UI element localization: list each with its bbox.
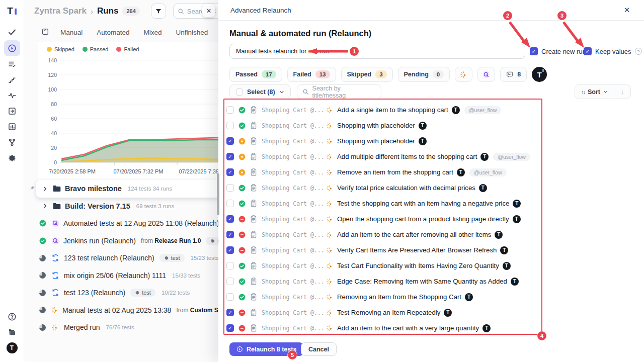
app-logo[interactable]: T▐	[4, 3, 20, 19]
test-title[interactable]: Test Removing an Item Repeatedly	[337, 309, 440, 316]
test-row[interactable]: ✓ Shopping Cart @... Add multiple differ…	[226, 149, 548, 164]
checks-nav-icon[interactable]	[4, 24, 20, 40]
test-checkbox[interactable]	[226, 200, 234, 207]
suite-label[interactable]: Shopping Cart @...	[262, 200, 326, 207]
test-row[interactable]: Shopping Cart @... Test Cart Functionali…	[226, 258, 548, 274]
suite-label[interactable]: Shopping Cart @...	[262, 262, 326, 269]
chevron-right-icon[interactable]	[42, 203, 48, 209]
test-title[interactable]: Add multiple different items to the shop…	[337, 153, 477, 160]
filter-skipped-chip[interactable]: Skipped3	[341, 67, 393, 82]
test-row[interactable]: ✓ Shopping Cart @... Test Removing an It…	[226, 305, 548, 320]
run-row[interactable]: 123 test relaunch (Relaunch) test 15/23 …	[24, 249, 235, 267]
test-row[interactable]: ✓ Shopping Cart @... Add an item to the …	[226, 320, 548, 336]
tab-unfinished[interactable]: Unfinished	[176, 29, 208, 36]
test-checkbox[interactable]	[226, 278, 234, 285]
suite-label[interactable]: Shopping Cart @...	[262, 325, 326, 332]
create-new-run-option[interactable]: ✓ Create new run	[530, 47, 586, 55]
test-checkbox[interactable]: ✓	[226, 309, 234, 316]
tab-manual[interactable]: Manual	[60, 29, 83, 36]
milestones-nav-icon[interactable]	[4, 72, 20, 88]
filter-passed-chip[interactable]: Passed17	[229, 67, 282, 82]
help-tooltip-icon[interactable]: ?	[635, 48, 642, 55]
test-checkbox[interactable]	[226, 293, 234, 301]
filter-manual-chip[interactable]	[455, 67, 472, 82]
test-row[interactable]: Shopping Cart @... Add a single item to …	[226, 102, 548, 118]
keep-values-option[interactable]: ✓ Keep values ?	[584, 47, 642, 55]
tab-automated[interactable]: Automated	[97, 29, 129, 36]
search-clear-button[interactable]: ✕	[202, 4, 215, 17]
suite-label[interactable]: Shopping Cart @...	[262, 185, 326, 192]
run-row[interactable]: Merged run 76/76 tests	[24, 319, 235, 336]
test-title[interactable]: Test the shopping cart with an item havi…	[337, 200, 509, 207]
test-checkbox[interactable]: ✓	[226, 215, 234, 223]
test-row[interactable]: Shopping Cart @... Test the shopping car…	[226, 196, 548, 211]
tab-mixed[interactable]: Mixed	[144, 29, 162, 36]
cancel-button[interactable]: Cancel	[301, 342, 337, 356]
runs-nav-icon[interactable]	[4, 40, 20, 56]
test-search-input[interactable]: Search by title/messag	[297, 84, 381, 99]
select-all-checkbox[interactable]	[236, 88, 243, 96]
test-checkbox[interactable]	[226, 122, 234, 129]
filter-comments-chip[interactable]: 8	[500, 67, 527, 82]
test-row[interactable]: Shopping Cart @... Shopping with placeho…	[226, 118, 548, 133]
test-checkbox[interactable]: ✓	[226, 153, 234, 160]
test-title[interactable]: Test Cart Functionality with Items Havin…	[337, 262, 499, 269]
test-title[interactable]: Shopping with placeholder	[337, 137, 415, 145]
filter-failed-chip[interactable]: Failed13	[287, 67, 336, 82]
test-checkbox[interactable]: ✓	[226, 137, 234, 145]
run-row[interactable]: Automated tests at 12 Aug 2025 11:08 (Re…	[24, 215, 235, 232]
filter-button[interactable]	[151, 4, 166, 19]
run-row[interactable]: Jenkins run (Relaunch) from Release Run …	[24, 232, 235, 250]
user-avatar[interactable]: T	[532, 67, 547, 82]
suite-label[interactable]: Shopping Cart @...	[262, 107, 326, 114]
close-icon[interactable]: ✕	[622, 6, 632, 15]
test-checkbox[interactable]: ✓	[226, 168, 234, 176]
suite-label[interactable]: Shopping Cart @...	[262, 122, 326, 129]
test-title[interactable]: Edge Case: Removing Item with Same Quant…	[337, 278, 507, 285]
settings-gear-icon[interactable]	[4, 150, 20, 166]
test-row[interactable]: ✓ Shopping Cart @... Open the shopping c…	[226, 211, 548, 227]
sort-direction-button[interactable]: ↓	[614, 85, 630, 99]
run-row[interactable]: test 123 (Relaunch) test 10/22 tests	[24, 284, 235, 302]
help-icon[interactable]	[4, 309, 20, 325]
test-row[interactable]: ✓ Shopping Cart @... Verify Cart Items A…	[226, 242, 548, 258]
run-row[interactable]: Manual tests at 02 Aug 2025 13:38 from C…	[24, 302, 235, 319]
test-title[interactable]: Remove an item from the shopping cart	[337, 168, 453, 176]
test-row[interactable]: Shopping Cart @... Removing an Item from…	[226, 289, 548, 305]
import-nav-icon[interactable]	[4, 103, 20, 119]
test-title[interactable]: Verify total price calculation with deci…	[337, 184, 475, 192]
breadcrumb-section[interactable]: Runs	[97, 6, 119, 16]
test-row[interactable]: ✓ Shopping Cart @... Add an item to the …	[226, 227, 548, 242]
test-title[interactable]: Shopping with placeholder	[337, 122, 415, 129]
suite-label[interactable]: Shopping Cart @...	[262, 309, 326, 316]
test-title[interactable]: Add an item to the cart after removing a…	[337, 231, 491, 238]
suite-label[interactable]: Shopping Cart @...	[262, 169, 326, 176]
select-all-dropdown[interactable]: Select (8)	[229, 84, 291, 99]
suite-label[interactable]: Shopping Cart @...	[262, 294, 326, 301]
scrollbar-thumb[interactable]	[217, 173, 219, 215]
suite-label[interactable]: Shopping Cart @...	[262, 216, 326, 223]
reports-nav-icon[interactable]	[4, 119, 20, 135]
suite-label[interactable]: Shopping Cart @...	[262, 247, 326, 254]
chevron-right-icon[interactable]	[42, 186, 48, 192]
suite-label[interactable]: Shopping Cart @...	[262, 278, 326, 285]
run-row[interactable]: Build: Version 7.15 69 tests 3 runs	[24, 198, 235, 215]
suite-label[interactable]: Shopping Cart @...	[262, 138, 326, 145]
batch-select-icon[interactable]	[41, 28, 49, 38]
test-title[interactable]: Verify Cart Items Are Preserved After Br…	[337, 246, 497, 254]
test-checkbox[interactable]: ✓	[226, 231, 234, 238]
projects-folder-icon[interactable]	[4, 324, 20, 340]
test-checkbox[interactable]	[226, 106, 234, 114]
test-checkbox[interactable]	[226, 184, 234, 192]
sort-button[interactable]: ↑↓ Sort	[575, 85, 614, 99]
test-row[interactable]: Shopping Cart @... Edge Case: Removing I…	[226, 274, 548, 289]
test-title[interactable]: Removing an Item from the Shopping Cart	[337, 293, 461, 301]
suite-label[interactable]: Shopping Cart @...	[262, 153, 326, 160]
test-title[interactable]: Add an item to the cart with a very larg…	[337, 324, 479, 332]
test-row[interactable]: ✓ Shopping Cart @... Remove an item from…	[226, 164, 548, 180]
account-avatar[interactable]: T	[4, 340, 20, 356]
test-checkbox[interactable]	[226, 262, 234, 269]
run-row[interactable]: Bravo milestone 124 tests 34 runs	[36, 180, 235, 198]
test-title[interactable]: Open the shopping cart from a product li…	[337, 215, 509, 223]
filter-automated-chip[interactable]	[477, 67, 495, 82]
